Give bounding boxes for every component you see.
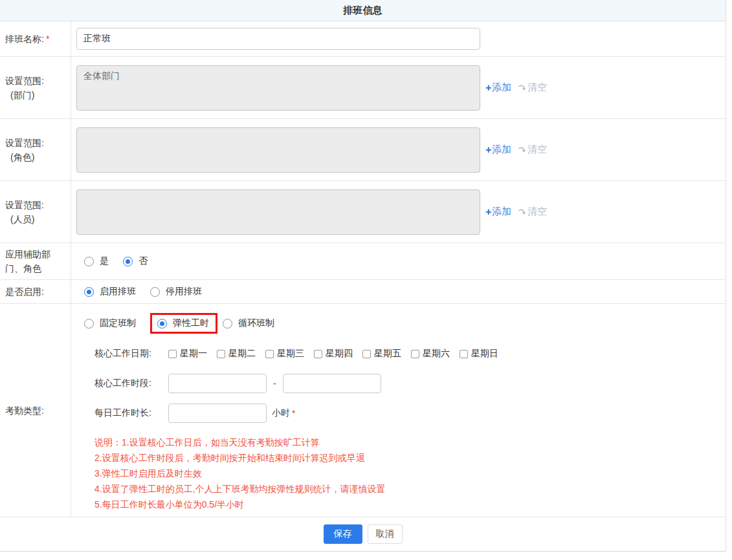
- checkbox-unchecked-icon: [168, 350, 177, 358]
- clear-arrow-icon: [518, 145, 526, 154]
- scope-department-label-cell: 设置范围: (部门): [0, 57, 71, 118]
- scope-person-label-line1: 设置范围:: [5, 198, 67, 212]
- radio-aux-no[interactable]: 否: [123, 255, 148, 267]
- daily-hours-unit: 小时: [272, 407, 290, 419]
- radio-enable-schedule[interactable]: 启用排班: [84, 286, 136, 297]
- checkbox-sunday-label: 星期日: [471, 348, 498, 360]
- checkbox-unchecked-icon: [314, 350, 322, 358]
- row-scope-role: 设置范围: (角色) +添加 清空: [0, 119, 726, 181]
- required-asterisk: *: [292, 408, 295, 418]
- core-period-label: 核心工作时段:: [94, 378, 158, 389]
- radio-enable-label: 启用排班: [100, 286, 136, 297]
- clear-arrow-icon: [518, 83, 526, 92]
- plus-icon: +: [485, 82, 491, 94]
- scope-person-box: [76, 189, 480, 235]
- plus-icon: +: [485, 144, 491, 156]
- core-period-end-input[interactable]: [283, 374, 381, 393]
- checkbox-thursday[interactable]: 星期四: [314, 348, 353, 360]
- checkbox-unchecked-icon: [460, 350, 468, 358]
- row-schedule-name: 排班名称:*: [0, 21, 726, 57]
- checkbox-wednesday-label: 星期三: [277, 348, 304, 360]
- save-button[interactable]: 保存: [324, 524, 362, 544]
- core-period-start-input[interactable]: [168, 374, 267, 393]
- enable-label: 是否启用:: [5, 285, 67, 299]
- checkbox-monday-label: 星期一: [180, 348, 207, 360]
- row-attendance-type: 考勤类型: 固定班制 弹性工时 循环班制 核心工作日期: 星期一 星期二 星期三…: [0, 304, 726, 517]
- footer-actions: 保存 取消: [0, 517, 726, 551]
- radio-unchecked-icon: [84, 319, 94, 328]
- radio-unchecked-icon: [150, 287, 160, 297]
- plus-icon: +: [485, 206, 491, 218]
- required-asterisk: *: [46, 34, 49, 44]
- radio-flexible-hours[interactable]: 弹性工时: [157, 318, 209, 329]
- radio-cyclic-shift-label: 循环班制: [238, 318, 274, 329]
- radio-disable-schedule[interactable]: 停用排班: [150, 286, 202, 297]
- clear-role-link[interactable]: 清空: [518, 144, 547, 156]
- row-scope-department: 设置范围: (部门) 全体部门 +添加 清空: [0, 57, 726, 119]
- note-line-2: 2.设置核心工作时段后，考勤时间按开始和结束时间计算迟到或早退: [94, 450, 726, 466]
- schedule-name-input[interactable]: [76, 28, 480, 50]
- core-workdays-label: 核心工作日期:: [94, 348, 158, 360]
- note-line-1: 说明：1.设置核心工作日后，如当天没有考勤按旷工计算: [94, 435, 726, 450]
- attendance-type-label-cell: 考勤类型:: [0, 304, 71, 517]
- radio-fixed-shift-label: 固定班制: [100, 318, 136, 329]
- daily-hours-row: 每日工作时长: 小时 *: [94, 404, 726, 423]
- checkbox-friday[interactable]: 星期五: [362, 348, 401, 360]
- attendance-type-label: 考勤类型:: [5, 404, 67, 418]
- add-person-label: 添加: [492, 206, 511, 218]
- enable-label-cell: 是否启用:: [0, 280, 71, 303]
- daily-hours-label: 每日工作时长:: [94, 407, 158, 419]
- checkbox-unchecked-icon: [217, 350, 225, 358]
- core-period-row: 核心工作时段: -: [94, 374, 726, 393]
- checkbox-friday-label: 星期五: [374, 348, 401, 360]
- period-separator: -: [273, 378, 276, 389]
- clear-department-link[interactable]: 清空: [518, 81, 547, 94]
- row-scope-person: 设置范围: (人员) +添加 清空: [0, 181, 726, 243]
- add-department-link[interactable]: +添加: [485, 81, 511, 94]
- radio-checked-icon: [84, 287, 94, 297]
- add-person-link[interactable]: +添加: [485, 206, 511, 218]
- core-workdays-row: 核心工作日期: 星期一 星期二 星期三 星期四 星期五 星期六 星期日: [94, 344, 726, 363]
- flexible-hours-highlight-box: 弹性工时: [150, 313, 217, 334]
- row-aux-dept-role: 应用辅助部门、角色 是 否: [0, 243, 726, 280]
- clear-person-link[interactable]: 清空: [518, 206, 547, 218]
- checkbox-sunday[interactable]: 星期日: [460, 348, 498, 360]
- radio-aux-no-label: 否: [139, 255, 148, 267]
- clear-person-label: 清空: [527, 206, 547, 218]
- radio-fixed-shift[interactable]: 固定班制: [84, 318, 136, 329]
- add-department-label: 添加: [492, 81, 511, 94]
- radio-aux-yes-label: 是: [100, 255, 109, 267]
- radio-flexible-hours-label: 弹性工时: [173, 318, 209, 329]
- scope-department-label-line2: (部门): [5, 88, 67, 102]
- scope-role-label-line2: (角色): [5, 150, 67, 164]
- checkbox-tuesday-label: 星期二: [228, 348, 256, 360]
- cancel-button[interactable]: 取消: [368, 524, 403, 544]
- panel-header: 排班信息: [0, 0, 726, 21]
- checkbox-wednesday[interactable]: 星期三: [265, 348, 304, 360]
- checkbox-tuesday[interactable]: 星期二: [217, 348, 256, 360]
- attendance-type-options: 固定班制 弹性工时 循环班制: [84, 313, 726, 334]
- checkbox-monday[interactable]: 星期一: [168, 348, 207, 360]
- scope-role-box: [76, 127, 480, 173]
- note-line-3: 3.弹性工时启用后及时生效: [94, 466, 726, 481]
- radio-unchecked-icon: [223, 319, 232, 328]
- add-role-link[interactable]: +添加: [485, 144, 511, 156]
- radio-unchecked-icon: [84, 257, 94, 266]
- note-line-4: 4.设置了弹性工时的员工,个人上下班考勤均按弹性规则统计，请谨慎设置: [94, 481, 726, 497]
- scope-department-box: 全体部门: [76, 65, 480, 111]
- row-enable: 是否启用: 启用排班 停用排班: [0, 280, 726, 304]
- checkbox-saturday[interactable]: 星期六: [411, 348, 450, 360]
- flexible-hours-notes: 说明：1.设置核心工作日后，如当天没有考勤按旷工计算 2.设置核心工作时段后，考…: [94, 435, 726, 512]
- radio-checked-icon: [123, 257, 133, 266]
- aux-label: 应用辅助部门、角色: [5, 247, 67, 275]
- schedule-form-panel: 排班信息 排班名称:* 设置范围: (部门) 全体部门 +添加 清空 设置范围:…: [0, 0, 726, 552]
- radio-aux-yes[interactable]: 是: [84, 255, 109, 267]
- note-line-5: 5.每日工作时长最小单位为0.5/半小时: [94, 497, 726, 512]
- checkbox-unchecked-icon: [265, 350, 274, 358]
- checkbox-saturday-label: 星期六: [423, 348, 450, 360]
- daily-hours-input[interactable]: [168, 404, 267, 423]
- radio-cyclic-shift[interactable]: 循环班制: [223, 318, 274, 329]
- scope-person-label-cell: 设置范围: (人员): [0, 181, 71, 242]
- scope-department-label-line1: 设置范围:: [5, 74, 67, 88]
- schedule-name-label-cell: 排班名称:*: [0, 21, 71, 56]
